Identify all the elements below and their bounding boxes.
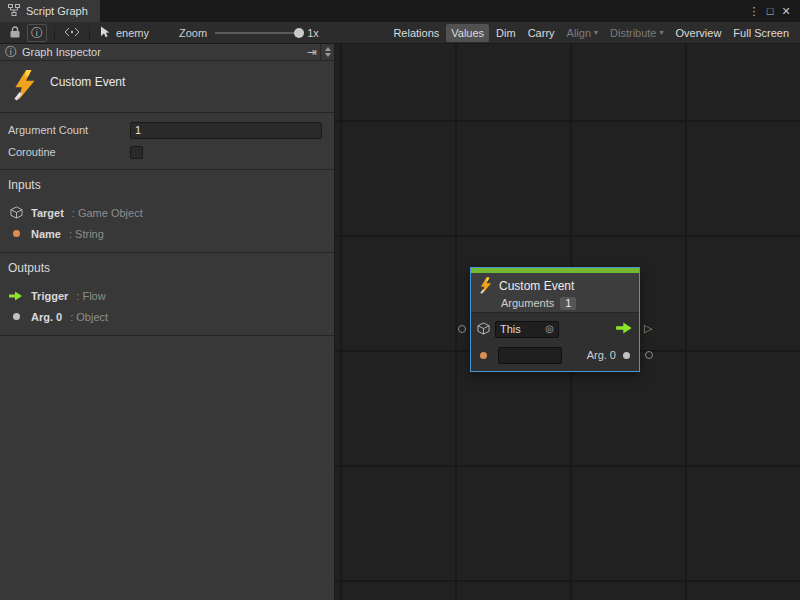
toolbar-separator (54, 26, 55, 40)
coroutine-checkbox[interactable] (130, 146, 143, 159)
code-icon (64, 27, 80, 39)
coroutine-row: Coroutine (8, 141, 322, 163)
name-port-dot[interactable] (480, 352, 487, 359)
maximize-icon[interactable]: □ (762, 5, 778, 17)
window-titlebar: Script Graph ⋮ □ ✕ (0, 0, 800, 22)
argument-count-label: Argument Count (8, 124, 130, 136)
toolbar-separator (89, 26, 90, 40)
relations-label: Relations (393, 27, 439, 39)
lock-icon (10, 26, 20, 40)
toolbar-buttons: Relations Values Dim Carry Align ▾ Distr… (388, 24, 796, 42)
scrub-down-icon (325, 53, 331, 57)
align-button[interactable]: Align ▾ (562, 24, 603, 42)
unit-title: Custom Event (50, 75, 125, 89)
unity-script-graph-window: Script Graph ⋮ □ ✕ ⓘ (0, 0, 800, 600)
zoom-slider[interactable] (215, 32, 299, 34)
output-row-trigger: Trigger : Flow (8, 285, 326, 306)
port-type: : Game Object (72, 207, 143, 219)
graph-breadcrumb[interactable]: enemy (100, 26, 149, 40)
fullscreen-button[interactable]: Full Screen (728, 24, 794, 42)
node-header: Custom Event Arguments 1 (471, 273, 639, 313)
node-arguments-count: 1 (560, 297, 576, 310)
overview-button[interactable]: Overview (671, 24, 727, 42)
port-name: Target (31, 207, 64, 219)
name-port-row: Arg. 0 (477, 345, 633, 365)
trigger-outer-port[interactable]: ▷ (644, 322, 652, 334)
scrub-up-icon (325, 47, 331, 51)
target-field-value: This (500, 323, 521, 335)
event-name-input[interactable] (498, 347, 562, 364)
graph-inspector-panel: ⓘ Graph Inspector ⇥ Custom Event (0, 44, 335, 600)
inspector-info-icon: ⓘ (5, 46, 17, 58)
cursor-icon (100, 26, 111, 40)
trigger-port-arrow-icon[interactable] (616, 322, 633, 336)
edit-script-button[interactable] (62, 24, 82, 42)
arg0-outer-port[interactable] (645, 351, 653, 359)
close-icon[interactable]: ✕ (778, 5, 794, 18)
node-body: This ◎ Arg. 0 (471, 313, 639, 365)
input-row-name: Name : String (8, 223, 326, 244)
coroutine-label: Coroutine (8, 146, 130, 158)
target-picker-icon[interactable]: ◎ (545, 324, 554, 334)
node-title: Custom Event (499, 279, 574, 293)
carry-button[interactable]: Carry (523, 24, 560, 42)
argument-count-input[interactable] (130, 122, 322, 139)
unit-fields: Argument Count Coroutine (0, 113, 334, 170)
distribute-button[interactable]: Distribute ▾ (605, 24, 668, 42)
tab-script-graph[interactable]: Script Graph (0, 0, 100, 22)
inspector-toggle-button[interactable]: ⓘ (27, 24, 47, 42)
relations-button[interactable]: Relations (388, 24, 444, 42)
output-row-arg0: Arg. 0 : Object (8, 306, 326, 327)
target-field[interactable]: This ◎ (495, 321, 559, 338)
graph-name: enemy (116, 27, 149, 39)
custom-event-node[interactable]: Custom Event Arguments 1 This (470, 267, 640, 372)
tab-title: Script Graph (26, 5, 88, 17)
arg0-port-dot[interactable] (623, 352, 630, 359)
info-icon: ⓘ (31, 27, 43, 39)
dim-label: Dim (496, 27, 516, 39)
values-button[interactable]: Values (446, 24, 489, 42)
custom-event-icon (12, 69, 38, 103)
graph-canvas[interactable]: Custom Event Arguments 1 This (335, 44, 800, 600)
inspector-header: ⓘ Graph Inspector ⇥ (0, 44, 334, 61)
custom-event-icon (479, 277, 493, 296)
outputs-section: Outputs Trigger : Flow Arg. 0 : Object (0, 253, 334, 336)
argument-count-row: Argument Count (8, 119, 322, 141)
values-label: Values (451, 27, 484, 39)
target-port-row: This ◎ (477, 319, 633, 339)
object-port-icon (9, 313, 23, 320)
node-arguments-label: Arguments (501, 297, 554, 309)
dropdown-arrow-icon: ▾ (594, 29, 598, 37)
port-type: : Flow (76, 290, 105, 302)
flow-arrow-icon (9, 291, 23, 301)
port-name: Trigger (31, 290, 68, 302)
dim-button[interactable]: Dim (491, 24, 521, 42)
window-menu-icon[interactable]: ⋮ (746, 5, 762, 18)
carry-label: Carry (528, 27, 555, 39)
zoom-value: 1x (307, 27, 319, 39)
input-row-target: Target : Game Object (8, 202, 326, 223)
cube-icon (477, 322, 490, 337)
inspector-title: Graph Inspector (22, 46, 101, 58)
distribute-label: Distribute (610, 27, 656, 39)
graph-toolbar: ⓘ enemy Zoom 1x (0, 22, 800, 44)
string-port-icon (9, 230, 23, 237)
outputs-header: Outputs (8, 261, 326, 275)
panel-scrubber[interactable] (320, 44, 334, 60)
port-name: Arg. 0 (31, 311, 62, 323)
dropdown-arrow-icon: ▾ (660, 29, 664, 37)
lock-button[interactable] (5, 24, 25, 42)
zoom-label: Zoom (179, 27, 207, 39)
overview-label: Overview (676, 27, 722, 39)
zoom-knob[interactable] (294, 28, 304, 38)
port-type: : String (69, 228, 104, 240)
dock-icon[interactable]: ⇥ (307, 46, 317, 58)
port-name: Name (31, 228, 61, 240)
inputs-header: Inputs (8, 178, 326, 192)
arg0-label: Arg. 0 (587, 349, 616, 361)
window-controls: ⋮ □ ✕ (746, 0, 800, 22)
script-graph-icon (8, 4, 20, 18)
cube-icon (9, 206, 23, 219)
fullscreen-label: Full Screen (733, 27, 789, 39)
target-outer-port[interactable] (458, 325, 466, 333)
